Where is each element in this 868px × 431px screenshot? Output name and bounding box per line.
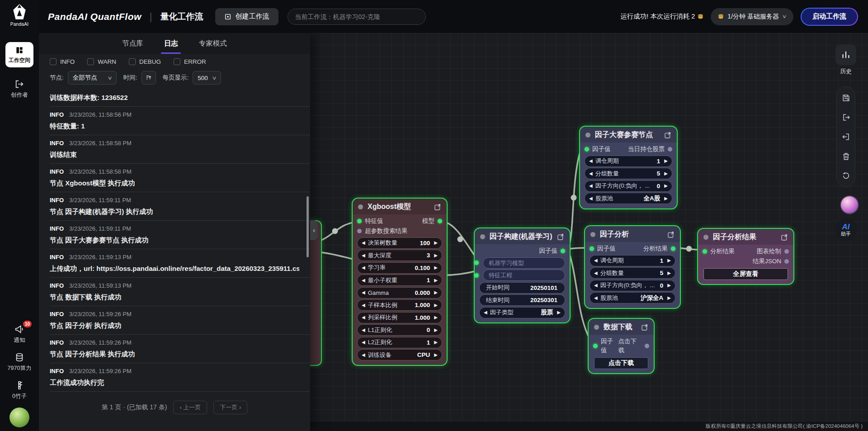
node-xgboost-model[interactable]: Xgboost模型 特征值 模型 超参数搜索结果 ◀ 决策树数量 100 xyxy=(352,198,448,366)
param-stepper[interactable]: ◀ 股票池 全A股 ▶ xyxy=(585,193,672,204)
increment-arrow[interactable]: ▶ xyxy=(434,328,438,332)
user-avatar[interactable] xyxy=(9,407,29,427)
filter-warn[interactable]: WARN xyxy=(87,58,116,65)
edit-icon[interactable] xyxy=(781,234,788,241)
increment-arrow[interactable]: ▶ xyxy=(664,171,668,176)
edit-icon[interactable] xyxy=(664,132,671,139)
increment-arrow[interactable]: ▶ xyxy=(434,278,438,283)
node-header[interactable]: 数据下载 xyxy=(589,319,654,335)
param-stepper[interactable]: ◀ 子样本比例 1.000 ▶ xyxy=(357,299,442,311)
edit-icon[interactable] xyxy=(667,231,675,238)
end-date-field[interactable]: 结束时间 20250301 xyxy=(479,294,565,306)
time-sort-button[interactable] xyxy=(142,71,156,85)
scrollbar-thumb[interactable] xyxy=(307,196,309,257)
param-stepper[interactable]: ◀ L1正则化 0 ▶ xyxy=(357,324,442,336)
next-page-button[interactable]: 下一页 › xyxy=(213,401,247,414)
node-header[interactable]: 因子大赛参赛节点 xyxy=(580,127,677,142)
param-stepper[interactable]: ◀ 因子类型 股票 ▶ xyxy=(479,307,565,318)
input-port[interactable] xyxy=(593,344,598,348)
increment-arrow[interactable]: ▶ xyxy=(667,283,671,288)
increment-arrow[interactable]: ▶ xyxy=(664,196,668,201)
input-port[interactable] xyxy=(585,147,589,152)
decrement-arrow[interactable]: ◀ xyxy=(362,278,365,283)
decrement-arrow[interactable]: ◀ xyxy=(589,171,593,176)
param-stepper[interactable]: ◀ 调仓周期 1 ▶ xyxy=(585,156,672,167)
input-port[interactable] xyxy=(357,229,362,233)
output-port[interactable] xyxy=(784,259,789,264)
tab-logs[interactable]: 日志 xyxy=(163,33,179,54)
decrement-arrow[interactable]: ◀ xyxy=(484,310,487,315)
history-button[interactable] xyxy=(835,44,856,65)
increment-arrow[interactable]: ▶ xyxy=(664,159,668,163)
decrement-arrow[interactable]: ◀ xyxy=(589,196,593,201)
sidebar-item-creator[interactable]: 创作者 xyxy=(11,79,28,99)
decrement-arrow[interactable]: ◀ xyxy=(362,303,365,308)
save-button[interactable] xyxy=(842,94,850,102)
assistant-avatar[interactable] xyxy=(841,196,858,213)
filter-error[interactable]: ERROR xyxy=(174,58,206,65)
param-stepper[interactable]: ◀ 调仓周期 1 ▶ xyxy=(590,255,675,266)
param-stepper[interactable]: ◀ 因子方向(0:负向， ... 0 ▶ xyxy=(585,180,672,192)
increment-arrow[interactable]: ▶ xyxy=(667,271,671,275)
checkbox[interactable] xyxy=(129,58,136,65)
node-header[interactable]: 因子构建(机器学习) xyxy=(475,228,570,244)
param-stepper[interactable]: ◀ 股票池 沪深全A ▶ xyxy=(590,292,675,303)
input-slot[interactable]: 机器学习模型 xyxy=(483,257,565,269)
output-port[interactable] xyxy=(561,249,565,253)
param-stepper[interactable]: ◀ Gamma 0.000 ▶ xyxy=(357,287,442,298)
param-stepper[interactable]: ◀ 分组数量 5 ▶ xyxy=(590,267,675,279)
increment-arrow[interactable]: ▶ xyxy=(434,241,438,245)
increment-arrow[interactable]: ▶ xyxy=(664,184,668,188)
input-port[interactable] xyxy=(703,249,707,254)
output-port[interactable] xyxy=(784,249,789,254)
delete-button[interactable] xyxy=(842,152,850,161)
refresh-button[interactable] xyxy=(842,171,850,180)
decrement-arrow[interactable]: ◀ xyxy=(362,353,365,357)
tab-expert-mode[interactable]: 专家模式 xyxy=(198,33,228,54)
tab-node-library[interactable]: 节点库 xyxy=(121,33,144,54)
increment-arrow[interactable]: ▶ xyxy=(434,340,438,345)
node-factor-contest[interactable]: 因子大赛参赛节点 因子值 当日持仓股票 ◀ 调仓周期 1 ▶ xyxy=(579,126,678,209)
sidebar-item-bamboo[interactable]: 0竹子 xyxy=(12,380,27,400)
node-factor-build[interactable]: 因子构建(机器学习) 因子值 机器学习模型 特征工程 开始时间 20250101 xyxy=(474,227,571,323)
increment-arrow[interactable]: ▶ xyxy=(557,310,561,315)
edit-icon[interactable] xyxy=(434,204,441,211)
param-stepper[interactable]: ◀ 决策树数量 100 ▶ xyxy=(357,237,442,249)
param-stepper[interactable]: ◀ 因子方向(0:负向， ... 0 ▶ xyxy=(590,280,675,291)
param-stepper[interactable]: ◀ 最小子权重 1 ▶ xyxy=(357,275,442,286)
current-workflow-input[interactable]: 当前工作流：机器学习02-克隆 xyxy=(288,9,426,25)
edit-icon[interactable] xyxy=(641,324,648,331)
decrement-arrow[interactable]: ◀ xyxy=(362,265,365,270)
increment-arrow[interactable]: ▶ xyxy=(434,290,438,295)
edit-icon[interactable] xyxy=(557,233,564,241)
param-stepper[interactable]: ◀ 列采样比例 1.000 ▶ xyxy=(357,312,442,323)
node-analysis-result[interactable]: 因子分析结果 分析结果 图表绘制 结果JSON 全屏查看 xyxy=(697,228,794,285)
increment-arrow[interactable]: ▶ xyxy=(434,303,438,308)
download-button[interactable]: 点击下载 xyxy=(594,357,648,369)
input-port[interactable] xyxy=(590,246,594,251)
decrement-arrow[interactable]: ◀ xyxy=(589,184,593,188)
decrement-arrow[interactable]: ◀ xyxy=(362,241,365,245)
output-port[interactable] xyxy=(668,147,672,152)
decrement-arrow[interactable]: ◀ xyxy=(362,315,365,320)
page-size-select[interactable]: 500 ∨ xyxy=(193,71,221,85)
param-stepper[interactable]: ◀ L2正则化 1 ▶ xyxy=(357,337,442,348)
import-button[interactable] xyxy=(842,133,850,141)
node-header[interactable]: 因子分析 xyxy=(585,226,680,242)
decrement-arrow[interactable]: ◀ xyxy=(594,258,598,263)
param-stepper[interactable]: ◀ 学习率 0.100 ▶ xyxy=(357,262,442,274)
decrement-arrow[interactable]: ◀ xyxy=(362,253,365,258)
export-button[interactable] xyxy=(842,113,850,122)
decrement-arrow[interactable]: ◀ xyxy=(594,296,598,300)
panel-collapse-handle[interactable]: ‹ xyxy=(310,220,318,240)
checkbox[interactable] xyxy=(50,58,57,65)
input-slot[interactable]: 特征工程 xyxy=(483,270,565,281)
decrement-arrow[interactable]: ◀ xyxy=(589,159,593,163)
param-stepper[interactable]: ◀ 最大深度 3 ▶ xyxy=(357,250,442,261)
node-factor-analysis[interactable]: 因子分析 因子值 分析结果 ◀ 调仓周期 1 ▶ xyxy=(584,225,681,309)
output-port[interactable] xyxy=(645,344,649,348)
decrement-arrow[interactable]: ◀ xyxy=(362,290,365,295)
sidebar-item-notifications[interactable]: 10 通知 xyxy=(14,324,25,344)
app-logo[interactable]: PandaAI xyxy=(10,4,28,27)
decrement-arrow[interactable]: ◀ xyxy=(594,283,598,288)
